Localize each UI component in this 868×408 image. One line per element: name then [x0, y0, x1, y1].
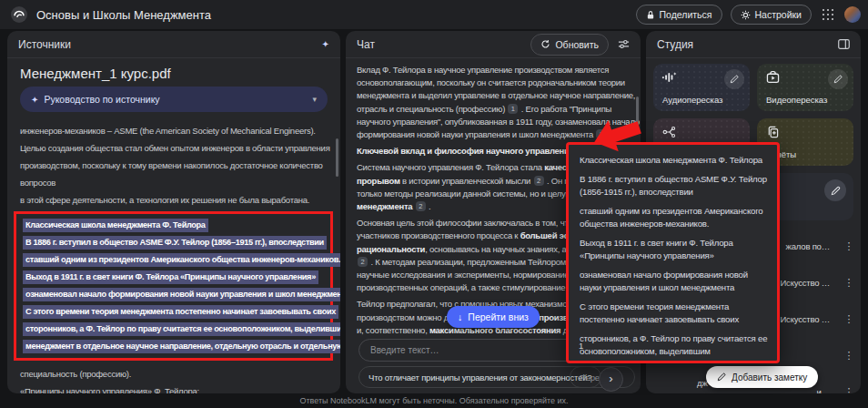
- edit-audio-button[interactable]: [724, 69, 744, 89]
- text-line: ставший одним из президентов Американско…: [580, 205, 770, 230]
- citation-popup: Классическая школа менеджмента Ф. Тейлор…: [566, 142, 780, 363]
- text-line: в этой сфере деятельности, а технология …: [20, 194, 328, 206]
- down-arrow-icon: ↓: [458, 311, 462, 322]
- sources-scrollbar[interactable]: [336, 138, 338, 177]
- sources-title: Источники: [18, 38, 71, 51]
- disclaimer-text: Ответы NotebookLM могут быть неточны. Об…: [0, 396, 868, 405]
- text-line: инженеров-механиков – ASME (the American…: [20, 125, 328, 137]
- note-title-fragment: жалов по…: [786, 241, 843, 251]
- settings-button[interactable]: Настройки: [731, 5, 812, 25]
- text-line: ставший одним из президентов Американско…: [23, 253, 325, 267]
- video-card-label: Видеопересказ: [766, 95, 827, 105]
- pencil-icon: [831, 186, 841, 196]
- lock-icon: [646, 10, 655, 20]
- citation-badge[interactable]: 2: [534, 176, 544, 186]
- chat-input-placeholder: Введите текст…: [370, 345, 439, 355]
- text-line: В 1886 г. вступил в общество ASME Ф.У. Т…: [23, 236, 325, 250]
- text-line: сторонников, а Ф. Тейлор по праву считае…: [23, 322, 325, 336]
- source-guide-button[interactable]: ✦ Руководство по источнику ▾: [20, 87, 328, 112]
- text-line: сторонников, а Ф. Тейлор по праву считае…: [580, 332, 770, 358]
- text-line: С этого времени теория менеджмента посте…: [580, 301, 770, 326]
- pencil-icon: [833, 75, 843, 84]
- text-line: Классическая школа менеджмента Ф. Тейлор…: [23, 219, 325, 232]
- kebab-menu-icon[interactable]: ⋮: [843, 386, 855, 394]
- text-line: специальность (профессию).: [20, 368, 328, 380]
- video-icon: [766, 71, 780, 84]
- text-line: Вклад Ф. Тейлора в научное управление пр…: [357, 64, 630, 76]
- note-title-fragment: а, Искусство …: [772, 278, 843, 288]
- citation-badge[interactable]: 1: [596, 129, 606, 139]
- text-line: В 1886 г. вступил в общество ASME Ф.У. Т…: [580, 173, 770, 199]
- source-guide-label: Руководство по источнику: [44, 94, 159, 105]
- chevron-down-icon[interactable]: ▾: [312, 95, 317, 104]
- chat-scrollbar[interactable]: [636, 97, 639, 128]
- pencil-icon: [730, 75, 739, 84]
- text-line: Выход в 1911 г. в свет книги Ф. Тейлора …: [580, 237, 770, 262]
- edit-item-button[interactable]: [824, 179, 846, 201]
- top-bar: Основы и Школы Менеджмента Поделиться На…: [0, 0, 868, 29]
- text-line: отрасль и специальность (профессию) 1 . …: [357, 103, 630, 116]
- text-line: ознаменовал начало формирования новой на…: [23, 288, 325, 301]
- sources-header: Источники ✦: [7, 31, 340, 58]
- text-line: Классическая школа менеджмента Ф. Тейлор…: [580, 154, 770, 167]
- notebook-title: Основы и Школы Менеджмента: [36, 8, 211, 22]
- kebab-menu-icon[interactable]: ⋮: [843, 277, 855, 289]
- edit-video-button[interactable]: [828, 69, 848, 89]
- audio-waveform-icon: [662, 71, 677, 84]
- add-note-button[interactable]: Добавить заметку: [706, 366, 818, 388]
- video-overview-card[interactable]: Видеопересказ: [757, 64, 853, 111]
- sources-panel: Источники ✦ Менеджмент_1 курс.pdf ✦ Руко…: [7, 31, 340, 393]
- gear-icon: [741, 10, 751, 20]
- discover-sources-icon[interactable]: ✦: [322, 39, 329, 49]
- source-text-block: специальность (профессию).«Принципы науч…: [20, 368, 328, 393]
- refresh-icon: [540, 39, 550, 49]
- text-line: производством, поскольку к тому времени …: [20, 159, 328, 171]
- studio-header: Студия: [646, 31, 861, 58]
- chat-header: Чат Обновить: [346, 31, 641, 58]
- source-text-block: инженеров-механиков – ASME (the American…: [20, 125, 328, 206]
- text-line: «Принципы научного управления» Ф. Тейлор…: [20, 385, 328, 393]
- suggested-question-chip[interactable]: Что отличает принципы управления от зако…: [358, 366, 601, 388]
- kebab-menu-icon[interactable]: ⋮: [843, 313, 855, 325]
- mind-map-icon: [662, 126, 676, 138]
- audio-overview-card[interactable]: Аудиопересказ: [653, 64, 750, 111]
- citation-popup-text: Классическая школа менеджмента Ф. Тейлор…: [580, 154, 770, 358]
- settings-label: Настройки: [755, 9, 802, 20]
- report-add-icon: [766, 126, 779, 138]
- add-note-label: Добавить заметку: [732, 372, 807, 382]
- studio-title: Студия: [657, 38, 693, 51]
- kebab-menu-icon[interactable]: ⋮: [843, 240, 855, 252]
- citation-badge[interactable]: 1: [508, 104, 518, 114]
- text-line: менеджмента и выделил управление в отдел…: [357, 89, 630, 102]
- input-source-count-fragment: 1: [579, 341, 583, 351]
- apps-grid-icon[interactable]: [823, 9, 833, 20]
- annotation-red-box-highlighted-passage: Классическая школа менеджмента Ф. Тейлор…: [14, 211, 333, 361]
- next-suggestions-button[interactable]: ›: [599, 367, 623, 392]
- citation-badge[interactable]: 2: [416, 201, 426, 211]
- chevron-right-icon: ›: [609, 372, 612, 385]
- text-line: основополагающим, поскольку он считается…: [357, 76, 630, 89]
- refresh-label: Обновить: [555, 39, 599, 50]
- scroll-to-bottom-button[interactable]: ↓ Перейти вниз: [447, 306, 540, 328]
- scroll-button-label: Перейти вниз: [468, 311, 529, 322]
- text-line: С этого времени теория менеджмента посте…: [23, 305, 325, 319]
- text-line: ознаменовал начало формирования новой на…: [580, 269, 770, 294]
- sparkle-icon: ✦: [31, 95, 38, 105]
- text-line: менеджмент в отдельное научное направлен…: [23, 340, 325, 353]
- share-label: Поделиться: [660, 9, 712, 20]
- source-doc-title: Менеджмент_1 курс.pdf: [7, 58, 340, 81]
- kebab-menu-icon[interactable]: ⋮: [843, 350, 855, 362]
- chat-title: Чат: [357, 38, 375, 51]
- panel-toggle-icon[interactable]: [838, 39, 850, 49]
- notebooklm-logo-icon: [11, 6, 27, 23]
- audio-card-label: Аудиопересказ: [662, 95, 722, 105]
- source-document-text: инженеров-механиков – ASME (the American…: [7, 119, 340, 393]
- chat-settings-sliders-icon[interactable]: [618, 38, 630, 50]
- refresh-chat-button[interactable]: Обновить: [530, 34, 609, 56]
- user-avatar[interactable]: [844, 6, 861, 23]
- text-line: формирования новой науки управления и шк…: [357, 128, 630, 141]
- chat-paragraph: Вклад Ф. Тейлора в научное управление пр…: [357, 64, 630, 141]
- citation-badge[interactable]: 2: [358, 257, 368, 267]
- share-button[interactable]: Поделиться: [636, 5, 722, 25]
- text-line: Выход в 1911 г. в свет книги Ф. Тейлора …: [23, 270, 325, 284]
